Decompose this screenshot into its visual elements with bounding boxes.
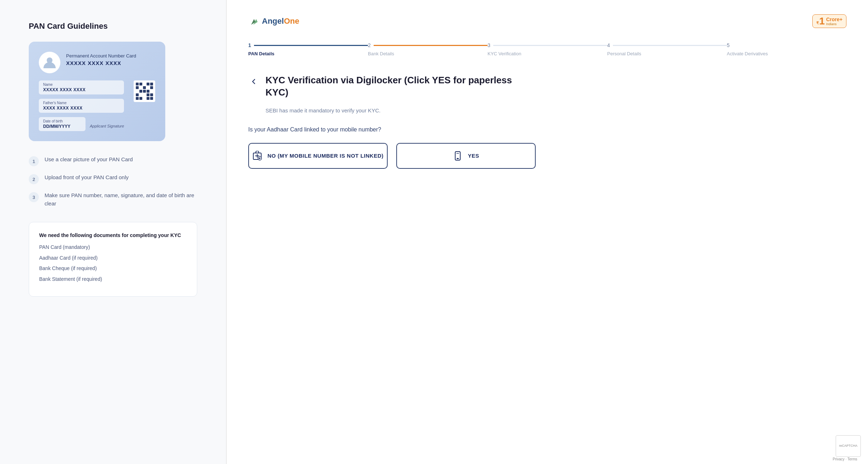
main-content: KYC Verification via Digilocker (Click Y…	[248, 74, 536, 169]
step-3-number: 3	[488, 42, 490, 48]
step-3-line	[493, 45, 607, 46]
crore-subtitle: Indians	[826, 22, 842, 26]
pan-card-title: Permanent Account Number Card	[66, 53, 136, 59]
pan-fathers-name-label: Father's Name	[43, 101, 120, 105]
pan-number: XXXXX XXXX XXXX	[66, 60, 136, 66]
pan-dob-value: DD/MM/YYYY	[43, 124, 81, 129]
pan-dob-label: Date of birth	[43, 119, 81, 123]
pan-name-field: Name XXXXX XXXX XXXX	[39, 80, 124, 94]
step-3: 3 KYC Verification	[488, 42, 607, 56]
step-4: 4 Personal Details	[607, 42, 727, 56]
back-button[interactable]	[248, 76, 260, 87]
left-panel-title: PAN Card Guidelines	[29, 22, 197, 31]
doc-item-4: Bank Statement (if required)	[39, 276, 187, 283]
logo-icon	[248, 15, 260, 27]
guideline-number-2: 2	[29, 174, 39, 184]
pan-signature-label: Applicant Signature	[90, 124, 124, 131]
step-4-label: Personal Details	[607, 51, 641, 56]
yes-button-label: YES	[468, 153, 479, 159]
step-5-number: 5	[727, 42, 730, 48]
guideline-text-3: Make sure PAN number, name, signature, a…	[45, 191, 197, 208]
no-button[interactable]: NO (MY MOBILE NUMBER IS NOT LINKED)	[248, 143, 388, 169]
doc-item-3: Bank Cheque (if required)	[39, 265, 187, 272]
yes-button[interactable]: YES	[396, 143, 536, 169]
step-4-line	[613, 45, 727, 46]
pan-name-label: Name	[43, 83, 120, 87]
doc-item-2: Aadhaar Card (if required)	[39, 255, 187, 262]
steps-container: 1 PAN Details 2 Bank Details 3 KYC Verif…	[248, 42, 846, 56]
docs-box-title: We need the following documents for comp…	[39, 232, 187, 238]
docs-box: We need the following documents for comp…	[29, 222, 197, 297]
guidelines: 1 Use a clear picture of your PAN Card 2…	[29, 156, 197, 208]
doc-item-1: PAN Card (mandatory)	[39, 244, 187, 251]
step-4-number: 4	[607, 42, 610, 48]
privacy-text: Privacy · Terms	[833, 457, 857, 461]
step-5: 5 Activate Derivatives	[727, 42, 846, 56]
step-2: 2 Bank Details	[368, 42, 488, 56]
logo-text: AngelOne	[262, 17, 299, 26]
step-2-number: 2	[368, 42, 371, 48]
crore-badge: ₹ 1 Crore+ Indians	[812, 14, 846, 28]
right-panel: AngelOne ₹ 1 Crore+ Indians 1 PAN Detail…	[227, 0, 868, 464]
crore-number: 1	[819, 16, 825, 26]
yes-icon	[453, 151, 463, 161]
pan-avatar	[39, 52, 60, 73]
svg-rect-9	[457, 158, 459, 159]
logo: AngelOne	[248, 15, 299, 27]
pan-qr	[134, 80, 155, 102]
guideline-number-1: 1	[29, 156, 39, 166]
recaptcha-badge: reCAPTCHA	[836, 435, 861, 457]
guideline-number-3: 3	[29, 192, 39, 202]
pan-fathers-name-field: Father's Name XXXX XXXX XXXX	[39, 99, 124, 113]
options-row: NO (MY MOBILE NUMBER IS NOT LINKED) YES	[248, 143, 536, 169]
pan-name-value: XXXXX XXXX XXXX	[43, 87, 120, 92]
aadhaar-question: Is your Aadhaar Card linked to your mobi…	[248, 126, 536, 133]
left-panel: PAN Card Guidelines Permanent Account Nu…	[0, 0, 226, 464]
step-1-line	[254, 45, 368, 46]
no-icon	[252, 151, 262, 161]
step-5-label: Activate Derivatives	[727, 51, 768, 56]
step-1-number: 1	[248, 42, 251, 48]
step-2-line	[374, 45, 488, 46]
crore-super: ₹	[816, 21, 819, 25]
no-button-label: NO (MY MOBILE NUMBER IS NOT LINKED)	[267, 153, 383, 159]
logo-angel: Angel	[262, 17, 284, 25]
pan-dob-field: Date of birth DD/MM/YYYY	[39, 117, 86, 131]
step-3-label: KYC Verification	[488, 51, 521, 56]
section-header: KYC Verification via Digilocker (Click Y…	[248, 74, 536, 102]
section-subtitle: SEBI has made it mandatory to verify you…	[266, 107, 536, 113]
guideline-item-3: 3 Make sure PAN number, name, signature,…	[29, 191, 197, 208]
guideline-item-2: 2 Upload front of your PAN Card only	[29, 173, 197, 184]
header: AngelOne ₹ 1 Crore+ Indians	[248, 14, 846, 28]
step-2-label: Bank Details	[368, 51, 394, 56]
guideline-item-1: 1 Use a clear picture of your PAN Card	[29, 156, 197, 166]
guideline-text-1: Use a clear picture of your PAN Card	[45, 156, 133, 164]
logo-one: One	[284, 17, 299, 25]
pan-fathers-name-value: XXXX XXXX XXXX	[43, 106, 120, 111]
pan-card-visual: Permanent Account Number Card XXXXX XXXX…	[29, 42, 165, 141]
crore-label: Crore+	[826, 17, 842, 22]
section-title: KYC Verification via Digilocker (Click Y…	[266, 74, 536, 99]
step-1-label: PAN Details	[248, 51, 274, 56]
guideline-text-2: Upload front of your PAN Card only	[45, 173, 129, 182]
step-1: 1 PAN Details	[248, 42, 368, 56]
